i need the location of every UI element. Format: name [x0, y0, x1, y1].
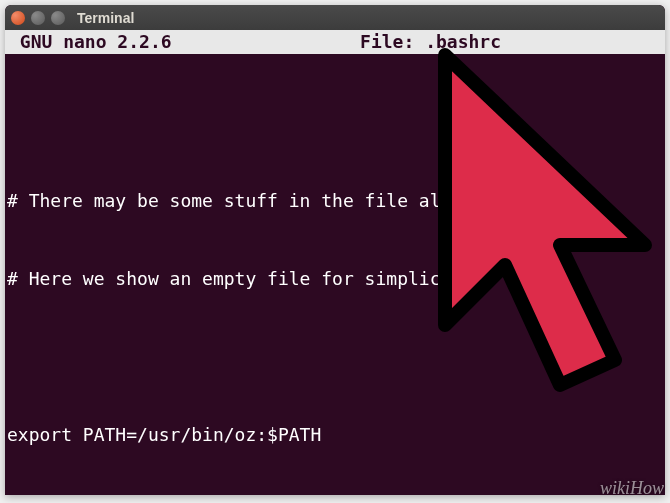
editor-line: # There may be some stuff in the file al…: [7, 188, 663, 214]
window-titlebar[interactable]: Terminal: [5, 5, 665, 30]
minimize-icon[interactable]: [31, 11, 45, 25]
nano-app-version: GNU nano 2.2.6: [9, 32, 172, 52]
editor-line: # Here we show an empty file for simplic…: [7, 266, 663, 292]
editor-line: [7, 110, 663, 136]
terminal-window: Terminal GNU nano 2.2.6 File: .bashrc # …: [5, 5, 665, 495]
editor-line: [7, 344, 663, 370]
maximize-icon[interactable]: [51, 11, 65, 25]
watermark-text: wikiHow: [600, 478, 664, 499]
nano-header-bar: GNU nano 2.2.6 File: .bashrc: [5, 30, 665, 54]
close-icon[interactable]: [11, 11, 25, 25]
window-title: Terminal: [77, 10, 134, 26]
editor-area[interactable]: # There may be some stuff in the file al…: [5, 54, 665, 495]
nano-file-indicator: File: .bashrc: [360, 32, 501, 52]
window-controls: [11, 11, 65, 25]
nano-filename: .bashrc: [425, 31, 501, 52]
editor-line: export PATH=/usr/bin/oz:$PATH: [7, 422, 663, 448]
